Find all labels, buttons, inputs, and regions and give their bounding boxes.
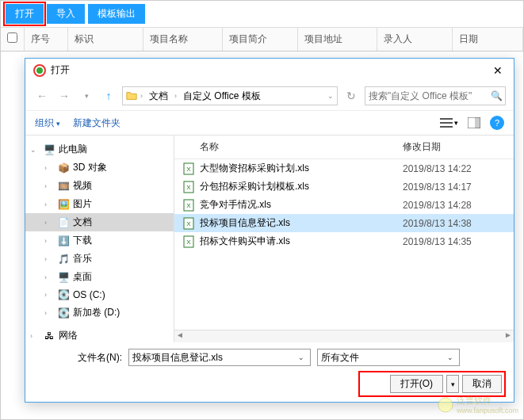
tree-network[interactable]: ›🖧网络: [25, 326, 174, 342]
open-file-button[interactable]: 打开(O): [390, 375, 443, 393]
main-toolbar: 打开 导入 模板输出: [1, 1, 523, 28]
tree-label: 下载: [73, 234, 92, 247]
open-split-dropdown[interactable]: ▾: [446, 375, 459, 393]
tree-label: 音乐: [73, 252, 92, 265]
file-list[interactable]: X 大型物资招标采购计划.xls 2019/8/13 14:22 X 分包招标采…: [174, 159, 514, 330]
grid-col-entrant: 录入人: [377, 28, 453, 51]
tree-pictures[interactable]: ›🖼️图片: [25, 195, 174, 213]
file-row[interactable]: X 大型物资招标采购计划.xls 2019/8/13 14:22: [174, 159, 514, 178]
new-folder-button[interactable]: 新建文件夹: [73, 116, 120, 130]
cancel-button[interactable]: 取消: [462, 375, 502, 393]
file-name: 分包招标采购计划模板.xls: [200, 180, 398, 193]
tree-downloads[interactable]: ›⬇️下载: [25, 231, 174, 250]
file-row[interactable]: X 投标项目信息登记.xls 2019/8/13 14:38: [174, 214, 514, 232]
filename-label: 文件名(N):: [35, 351, 122, 365]
refresh-button[interactable]: ↻: [342, 87, 360, 105]
nav-forward-button[interactable]: →: [55, 87, 73, 105]
folder-tree[interactable]: ⌄ 🖥️ 此电脑 ›📦3D 对象 ›🎞️视频 ›🖼️图片 ›📄文档 ›⬇️下载 …: [25, 136, 174, 342]
path-dropdown-icon[interactable]: ⌄: [327, 92, 334, 100]
help-icon[interactable]: ?: [490, 116, 504, 130]
nav-up-button[interactable]: ↑: [100, 87, 117, 105]
xls-icon: X: [182, 235, 195, 248]
close-icon[interactable]: ✕: [490, 64, 506, 77]
tree-this-pc[interactable]: ⌄ 🖥️ 此电脑: [25, 140, 174, 158]
expand-icon[interactable]: ›: [44, 164, 54, 172]
view-mode-button[interactable]: ▾: [440, 117, 458, 128]
nav-back-button[interactable]: ←: [33, 87, 51, 105]
chevron-down-icon[interactable]: ⌄: [445, 353, 456, 361]
app-icon: [33, 64, 46, 77]
drive-icon: 💽: [57, 307, 70, 319]
drive-icon: 💽: [57, 288, 70, 301]
expand-icon[interactable]: ›: [44, 273, 54, 281]
tree-music[interactable]: ›🎵音乐: [25, 250, 174, 268]
search-input[interactable]: [369, 90, 488, 101]
organize-menu[interactable]: 组织 ▾: [35, 116, 60, 130]
expand-icon[interactable]: ›: [44, 237, 54, 245]
tree-drive-c[interactable]: ›💽OS (C:): [25, 286, 174, 304]
preview-pane-icon[interactable]: [468, 117, 480, 128]
open-button[interactable]: 打开: [6, 4, 44, 24]
file-name: 投标项目信息登记.xls: [200, 216, 398, 230]
file-row[interactable]: X 分包招标采购计划模板.xls 2019/8/13 14:17: [174, 178, 514, 196]
filter-combo[interactable]: 所有文件 ⌄: [317, 349, 460, 366]
select-all-checkbox[interactable]: [7, 32, 17, 43]
search-icon[interactable]: 🔍: [491, 90, 503, 101]
file-name: 招标文件购买申请.xls: [200, 235, 398, 248]
file-date: 2019/8/13 14:28: [403, 200, 506, 211]
file-name: 竞争对手情况.xls: [200, 198, 398, 212]
chevron-down-icon[interactable]: ⌄: [296, 353, 307, 361]
cube-icon: 📦: [57, 162, 70, 174]
path-seg-template[interactable]: 自定义 Office 模板: [180, 90, 264, 103]
svg-text:X: X: [186, 239, 191, 246]
file-row[interactable]: X 竞争对手情况.xls 2019/8/13 14:28: [174, 196, 514, 214]
filename-combo[interactable]: ⌄: [128, 349, 311, 366]
search-box[interactable]: 🔍: [365, 86, 506, 105]
xls-icon: X: [182, 181, 195, 193]
svg-point-1: [36, 67, 43, 74]
import-button[interactable]: 导入: [47, 4, 85, 24]
nav-recent-button[interactable]: ▾: [78, 87, 95, 105]
watermark-url: www.fanpusoft.com: [457, 407, 518, 414]
file-name: 大型物资招标采购计划.xls: [200, 162, 398, 175]
expand-icon[interactable]: ›: [44, 200, 54, 208]
tree-label: 此电脑: [59, 143, 87, 156]
pc-icon: 🖥️: [43, 143, 55, 156]
grid-col-projaddr: 项目地址: [298, 28, 377, 51]
video-icon: 🎞️: [57, 180, 70, 193]
tree-label: 网络: [59, 329, 78, 342]
svg-text:X: X: [186, 166, 191, 173]
file-date: 2019/8/13 14:22: [403, 163, 506, 174]
expand-icon[interactable]: ›: [44, 182, 54, 190]
file-date: 2019/8/13 14:35: [403, 236, 506, 247]
path-chevron-icon[interactable]: ›: [140, 92, 143, 100]
horizontal-scrollbar[interactable]: [174, 330, 514, 342]
filename-input[interactable]: [132, 352, 296, 363]
collapse-icon[interactable]: ⌄: [30, 146, 40, 154]
path-chevron-icon[interactable]: ›: [174, 92, 177, 100]
command-row: 组织 ▾ 新建文件夹 ▾ ?: [25, 111, 514, 136]
grid-checkbox-header[interactable]: [1, 28, 25, 51]
browser-body: ⌄ 🖥️ 此电脑 ›📦3D 对象 ›🎞️视频 ›🖼️图片 ›📄文档 ›⬇️下载 …: [25, 136, 514, 342]
download-icon: ⬇️: [57, 235, 70, 247]
col-header-name[interactable]: 名称: [200, 140, 403, 154]
expand-icon[interactable]: ›: [44, 255, 54, 263]
list-view-icon: [440, 117, 453, 128]
path-seg-documents[interactable]: 文档: [146, 90, 171, 103]
dialog-title-text: 打开: [51, 63, 70, 77]
tree-drive-d[interactable]: ›💽新加卷 (D:): [25, 304, 174, 322]
expand-icon[interactable]: ›: [30, 332, 40, 340]
file-row[interactable]: X 招标文件购买申请.xls 2019/8/13 14:35: [174, 232, 514, 250]
col-header-date[interactable]: 修改日期: [403, 140, 506, 154]
expand-icon[interactable]: ›: [44, 309, 54, 317]
tree-video[interactable]: ›🎞️视频: [25, 177, 174, 195]
template-output-button[interactable]: 模板输出: [88, 4, 145, 24]
expand-icon[interactable]: ›: [44, 219, 54, 227]
tree-label: 文档: [73, 216, 92, 229]
expand-icon[interactable]: ›: [44, 291, 54, 299]
path-box[interactable]: › 文档 › 自定义 Office 模板 ⌄: [122, 86, 338, 105]
tree-documents[interactable]: ›📄文档: [25, 213, 174, 231]
tree-3d-objects[interactable]: ›📦3D 对象: [25, 158, 174, 177]
tree-desktop[interactable]: ›🖥️桌面: [25, 268, 174, 286]
xls-icon: X: [182, 199, 195, 212]
